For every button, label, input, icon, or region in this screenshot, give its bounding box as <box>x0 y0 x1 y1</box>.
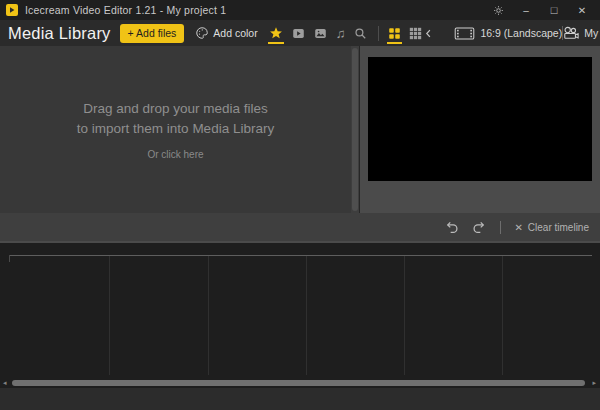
filter-images-tab[interactable] <box>313 22 328 44</box>
content-area: Drag and drop your media files to import… <box>0 46 600 213</box>
undo-icon <box>444 220 459 234</box>
app-logo-icon <box>6 4 18 16</box>
track-corner <box>9 255 10 262</box>
add-color-label: Add color <box>213 27 257 39</box>
view-mode-tabs <box>387 22 423 44</box>
media-library-toolbar: Media Library + Add files Add color <box>0 20 442 46</box>
filter-videos-tab[interactable] <box>291 22 306 44</box>
window-controls: – □ ✕ <box>486 1 594 19</box>
view-large-grid-tab[interactable] <box>387 22 402 44</box>
or-click-here-link[interactable]: Or click here <box>147 149 203 160</box>
media-library-scrollbar[interactable] <box>351 46 359 213</box>
footer-bar <box>0 388 600 410</box>
filter-favorites-tab[interactable] <box>268 22 284 44</box>
media-filter-tabs: ♫ <box>268 22 369 44</box>
toolbar-divider <box>378 26 379 41</box>
chevron-left-icon <box>423 28 434 39</box>
redo-icon <box>472 220 487 234</box>
filter-audio-tab[interactable]: ♫ <box>335 22 347 44</box>
clear-x-icon: ✕ <box>514 222 522 233</box>
search-button[interactable] <box>353 22 368 44</box>
large-grid-icon <box>388 27 401 40</box>
timeline-gridline <box>502 256 503 375</box>
scroll-right-arrow-icon[interactable]: ▸ <box>592 378 596 388</box>
window-title: Icecream Video Editor 1.21 - My project … <box>25 4 226 16</box>
collapse-panel-button[interactable] <box>423 28 434 39</box>
scrollbar-thumb[interactable] <box>352 48 358 211</box>
preview-panel: 00:00 00:00 <box>360 46 600 213</box>
settings-gear-icon[interactable] <box>486 1 510 19</box>
scroll-left-arrow-icon[interactable]: ◂ <box>3 378 7 388</box>
minimize-button[interactable]: – <box>514 1 538 19</box>
timeline-gridline <box>306 256 307 375</box>
star-icon <box>269 26 283 40</box>
aspect-ratio-label: 16:9 (Landscape) <box>480 27 562 39</box>
toolbar-divider <box>500 221 501 234</box>
projector-icon <box>563 26 579 40</box>
film-frame-icon <box>454 27 475 40</box>
dropzone-text-line2: to import them into Media Library <box>77 119 274 139</box>
main-toolbar: Media Library + Add files Add color <box>0 20 600 46</box>
add-files-button[interactable]: + Add files <box>120 24 185 43</box>
dropzone-text-line1: Drag and drop your media files <box>83 99 268 119</box>
my-projects-label: My projects <box>584 27 600 39</box>
timeline-scrollbar[interactable]: ◂ ▸ <box>0 378 600 388</box>
video-file-icon <box>292 27 305 40</box>
video-preview <box>368 57 592 181</box>
media-dropzone[interactable]: Drag and drop your media files to import… <box>0 46 351 213</box>
undo-button[interactable] <box>444 220 459 234</box>
titlebar: Icecream Video Editor 1.21 - My project … <box>0 0 600 20</box>
timeline-gridline <box>208 256 209 375</box>
my-projects-button[interactable]: My projects <box>563 26 600 40</box>
project-toolbar: 16:9 (Landscape) My projects Export vide… <box>442 20 600 46</box>
scrollbar-thumb[interactable] <box>12 380 585 386</box>
small-grid-icon <box>409 27 422 40</box>
timeline[interactable] <box>0 243 600 378</box>
clear-timeline-button[interactable]: ✕ Clear timeline <box>514 222 589 233</box>
view-small-grid-tab[interactable] <box>408 22 423 44</box>
music-note-icon: ♫ <box>336 27 346 40</box>
app-window: Icecream Video Editor 1.21 - My project … <box>0 0 600 410</box>
palette-icon <box>195 26 209 40</box>
close-button[interactable]: ✕ <box>570 1 594 19</box>
maximize-button[interactable]: □ <box>542 1 566 19</box>
page-title: Media Library <box>8 24 111 43</box>
clear-timeline-label: Clear timeline <box>528 222 589 233</box>
timeline-gridline <box>109 256 110 375</box>
aspect-ratio-button[interactable]: 16:9 (Landscape) <box>454 27 562 40</box>
image-file-icon <box>314 27 327 40</box>
timeline-toolbar: ✕ Clear timeline <box>0 213 600 243</box>
add-color-button[interactable]: Add color <box>195 26 257 40</box>
timeline-gridline <box>404 256 405 375</box>
redo-button[interactable] <box>472 220 487 234</box>
track-top-border <box>9 255 592 256</box>
search-icon <box>354 27 367 40</box>
